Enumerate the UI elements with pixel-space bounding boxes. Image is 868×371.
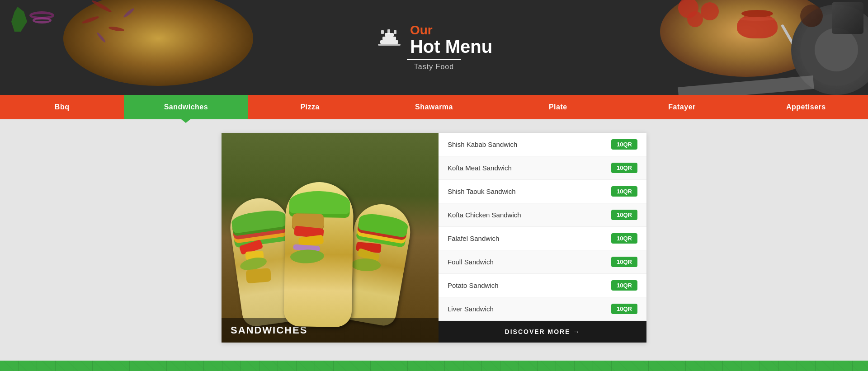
- nav-item-appetisers[interactable]: Appetisers: [744, 95, 868, 119]
- nav-item-bbq[interactable]: Bbq: [0, 95, 124, 119]
- hot-menu-title: Hot Menu: [410, 37, 492, 56]
- menu-row: Potato Sandwich 10QR: [439, 274, 646, 297]
- menu-row: Falafel Sandwich 10QR: [439, 227, 646, 250]
- nav-item-pizza[interactable]: Pizza: [248, 95, 372, 119]
- discover-more-button[interactable]: DISCOVER MORE →: [439, 321, 646, 343]
- onion-ring-2: [33, 17, 52, 23]
- pizza-left-decoration: [63, 0, 253, 86]
- svg-rect-1: [382, 37, 396, 40]
- menu-row: Shish Taouk Sandwich 10QR: [439, 180, 646, 203]
- price-badge: 10QR: [611, 233, 637, 244]
- header-subtitle: Tasty Food: [414, 63, 454, 71]
- content-area: SANDWICHES Shish Kabab Sandwich 10QR Kof…: [0, 119, 868, 361]
- svg-rect-0: [380, 40, 398, 44]
- spice-container: [832, 2, 863, 34]
- price-badge: 10QR: [611, 139, 637, 150]
- header-divider: [407, 59, 461, 60]
- menu-row: Kofta Chicken Sandwich 10QR: [439, 203, 646, 227]
- svg-rect-6: [394, 30, 396, 34]
- header-bg-left: [0, 0, 271, 95]
- menu-row: Shish Kabab Sandwich 10QR: [439, 133, 646, 156]
- price-badge: 10QR: [611, 210, 637, 220]
- herb-icon: [11, 7, 27, 32]
- header: Our Hot Menu Tasty Food: [0, 0, 868, 95]
- svg-rect-5: [387, 29, 390, 34]
- nav-item-shawarma[interactable]: Shawarma: [372, 95, 496, 119]
- food-icon: [376, 27, 403, 54]
- menu-container: SANDWICHES Shish Kabab Sandwich 10QR Kof…: [222, 133, 646, 343]
- header-bg-right: [597, 0, 868, 95]
- price-badge: 10QR: [611, 304, 637, 314]
- our-label: Our: [410, 24, 492, 37]
- nav-bar: Bbq Sandwiches Pizza Shawarma Plate Fata…: [0, 95, 868, 119]
- nav-item-plate[interactable]: Plate: [496, 95, 620, 119]
- menu-row: Kofta Meat Sandwich 10QR: [439, 156, 646, 180]
- menu-image: SANDWICHES: [222, 133, 439, 343]
- knife-icon: [678, 75, 814, 95]
- spice-bowl: [800, 5, 823, 27]
- header-center: Our Hot Menu Tasty Food: [376, 24, 492, 71]
- nav-item-fatayer[interactable]: Fatayer: [620, 95, 744, 119]
- price-badge: 10QR: [611, 186, 637, 197]
- svg-rect-3: [378, 44, 401, 46]
- svg-rect-4: [381, 30, 384, 34]
- menu-list: Shish Kabab Sandwich 10QR Kofta Meat San…: [439, 133, 646, 343]
- price-badge: 10QR: [611, 280, 637, 291]
- sauce-bowl: [737, 14, 778, 38]
- menu-row: Liver Sandwich 10QR: [439, 297, 646, 321]
- nav-item-sandwiches[interactable]: Sandwiches: [124, 95, 248, 119]
- menu-row: Foull Sandwich 10QR: [439, 250, 646, 274]
- footer-bar: [0, 361, 868, 371]
- price-badge: 10QR: [611, 163, 637, 173]
- price-badge: 10QR: [611, 257, 637, 267]
